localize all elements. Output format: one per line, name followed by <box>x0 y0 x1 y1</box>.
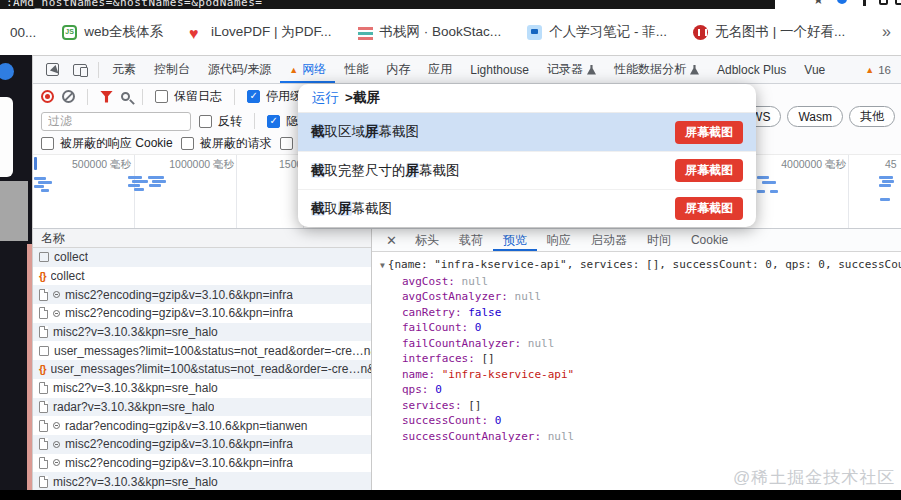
json-property[interactable]: successCountAnalyzer: null <box>380 429 901 445</box>
request-list-header[interactable]: 名称 <box>33 229 371 248</box>
matched-text: 屏 <box>365 124 379 139</box>
command-item[interactable]: 截取屏幕截图屏幕截图 <box>298 189 756 227</box>
request-row[interactable]: misc2?encoding=gzip&v=3.10.6&kpn=infra <box>33 435 371 454</box>
extensions-icon[interactable] <box>879 0 888 5</box>
detail-tab-时间[interactable]: 时间 <box>637 229 681 251</box>
request-name: radar?v=3.10.3&kpn=sre_halo <box>53 400 214 414</box>
json-key: interfaces: <box>402 352 481 365</box>
detail-tab-响应[interactable]: 响应 <box>537 229 581 251</box>
json-property[interactable]: interfaces: [] <box>380 351 901 367</box>
unchecked-checkbox-icon[interactable] <box>199 115 212 128</box>
bookmark-item[interactable]: 00... <box>10 25 36 40</box>
type-chip-Wasm[interactable]: Wasm <box>787 106 843 127</box>
bookmark-item[interactable]: 无名图书 | 一个好看... <box>693 23 845 41</box>
json-property[interactable]: avgCostAnalyzer: null <box>380 289 901 305</box>
bookmark-star-icon[interactable]: ★ <box>813 0 824 7</box>
request-row[interactable]: misc2?encoding=gzip&v=3.10.6&kpn=infra <box>33 454 371 473</box>
request-detail-panel: ✕ 标头载荷预览响应启动器时间Cookie ▼{name: "infra-kse… <box>372 229 901 500</box>
detail-tab-载荷[interactable]: 载荷 <box>449 229 493 251</box>
json-key: failCountAnalyzer: <box>402 337 528 350</box>
url-bar-fragment: :AMd_hostNames=&hostNames=&podNames= <box>0 0 775 9</box>
command-item-label: 截取屏幕截图 <box>311 200 392 218</box>
devtools-tab-控制台[interactable]: 控制台 <box>145 56 199 83</box>
request-row[interactable]: misc2?encoding=gzip&v=3.10.6&kpn=infra <box>33 285 371 304</box>
request-row[interactable]: collect <box>33 248 371 267</box>
network-filter-input[interactable] <box>41 112 191 131</box>
json-property[interactable]: failCount: 0 <box>380 320 901 336</box>
json-property[interactable]: qps: 0 <box>380 382 901 398</box>
request-row[interactable]: user_messages?limit=100&status=not_read&… <box>33 360 371 379</box>
search-icon[interactable] <box>121 92 130 101</box>
json-property[interactable]: successCount: 0 <box>380 413 901 429</box>
document-request-icon <box>39 382 48 394</box>
filter-icon[interactable] <box>100 91 113 103</box>
json-property[interactable]: name: "infra-kservice-api" <box>380 367 901 383</box>
bookmarks-overflow-chevron[interactable]: » <box>882 23 891 41</box>
devtools-tab-Vue[interactable]: Vue <box>795 56 834 83</box>
request-row[interactable]: user_messages?limit=100&status=not_read&… <box>33 341 371 360</box>
command-item[interactable]: 截取区域屏幕截图屏幕截图 <box>298 113 756 151</box>
devtools-tab-Lighthouse[interactable]: Lighthouse <box>461 56 538 83</box>
unchecked-checkbox-icon[interactable] <box>41 137 54 150</box>
close-icon[interactable]: ✕ <box>378 229 405 251</box>
devtools-tab-元素[interactable]: 元素 <box>103 56 145 83</box>
profile-avatar-icon[interactable] <box>837 0 847 4</box>
request-row[interactable]: misc2?encoding=gzip&v=3.10.6&kpn=infra <box>33 304 371 323</box>
json-property[interactable]: canRetry: false <box>380 305 901 321</box>
bookmark-item[interactable]: 个人学习笔记 - 菲... <box>527 23 667 41</box>
detail-tab-启动器[interactable]: 启动器 <box>581 229 637 251</box>
devtools-tab-记录器[interactable]: 记录器 <box>538 56 605 83</box>
unchecked-checkbox-icon[interactable] <box>181 137 194 150</box>
device-toolbar-icon[interactable] <box>66 56 94 83</box>
record-network-log-icon[interactable] <box>41 90 54 103</box>
devtools-tab-性能数据分析[interactable]: 性能数据分析 <box>605 56 708 83</box>
checkbox-被屏蔽的响应 Cookie[interactable]: 被屏蔽的响应 Cookie <box>41 135 173 152</box>
devtools-tab-Adblock Plus[interactable]: Adblock Plus <box>708 56 795 83</box>
detail-tab-预览[interactable]: 预览 <box>493 229 537 251</box>
request-row[interactable]: radar?v=3.10.3&kpn=sre_halo <box>33 398 371 417</box>
request-list-panel: 名称 collectcollectmisc2?encoding=gzip&v=3… <box>33 229 372 500</box>
checkbox-被屏蔽的请求[interactable]: 被屏蔽的请求 <box>181 135 272 152</box>
json-property[interactable]: services: [] <box>380 398 901 414</box>
json-property[interactable]: avgCost: null <box>380 274 901 290</box>
command-item[interactable]: 截取完整尺寸的屏幕截图屏幕截图 <box>298 151 756 189</box>
clear-network-log-icon[interactable] <box>62 90 75 103</box>
request-name: misc2?encoding=gzip&v=3.10.6&kpn=infra <box>65 306 293 320</box>
label-text: 取区域 <box>325 124 366 139</box>
command-menu-input[interactable]: 运行 >截屏 <box>298 84 756 113</box>
request-row[interactable]: radar?encoding=gzip&v=3.10.6&kpn=tianwen <box>33 416 371 435</box>
extension-icon[interactable] <box>863 0 866 6</box>
issues-counter[interactable]: ▲16 <box>865 56 901 83</box>
checked-checkbox-icon[interactable] <box>267 115 280 128</box>
request-row[interactable]: misc2?v=3.10.3&kpn=sre_halo <box>33 472 371 491</box>
unchecked-checkbox-icon[interactable] <box>155 90 168 103</box>
matched-text: 截 <box>311 124 325 139</box>
devtools-tab-性能[interactable]: 性能 <box>335 56 377 83</box>
request-row[interactable]: misc2?v=3.10.3&kpn=sre_halo <box>33 379 371 398</box>
devtools-tab-内存[interactable]: 内存 <box>377 56 419 83</box>
request-row[interactable]: misc2?v=3.10.3&kpn=sre_halo <box>33 323 371 342</box>
bookmark-item[interactable]: 书栈网 · BookStac... <box>358 23 502 41</box>
detail-tab-标头[interactable]: 标头 <box>405 229 449 251</box>
bookmark-item[interactable]: iLovePDF | 为PDF... <box>189 23 332 41</box>
checked-checkbox-icon[interactable] <box>247 90 260 103</box>
devtools-tab-应用[interactable]: 应用 <box>419 56 461 83</box>
request-name: misc2?encoding=gzip&v=3.10.6&kpn=infra <box>65 437 293 451</box>
request-row[interactable]: collect <box>33 267 371 286</box>
checkbox-保留日志[interactable]: 保留日志 <box>155 88 222 105</box>
bookmark-label: 无名图书 | 一个好看... <box>715 23 845 41</box>
devtools-tab-label: Adblock Plus <box>717 63 786 77</box>
bookmark-item[interactable]: web全栈体系 <box>62 23 163 41</box>
unchecked-checkbox-icon[interactable] <box>280 137 293 150</box>
json-value: [] <box>481 352 494 365</box>
checkbox-反转[interactable]: 反转 <box>199 113 242 130</box>
json-summary-line[interactable]: ▼{name: "infra-kservice-api", services: … <box>380 257 901 274</box>
devtools-tab-网络[interactable]: ▲网络 <box>280 56 335 83</box>
type-chip-其他[interactable]: 其他 <box>849 106 895 127</box>
detail-tab-Cookie[interactable]: Cookie <box>681 229 738 251</box>
devtools-tab-源代码/来源[interactable]: 源代码/来源 <box>199 56 280 83</box>
json-property[interactable]: failCountAnalyzer: null <box>380 336 901 352</box>
menu-icon[interactable] <box>895 0 901 5</box>
inspect-element-icon[interactable] <box>39 56 66 83</box>
expand-arrow-icon[interactable]: ▼ <box>380 261 385 270</box>
